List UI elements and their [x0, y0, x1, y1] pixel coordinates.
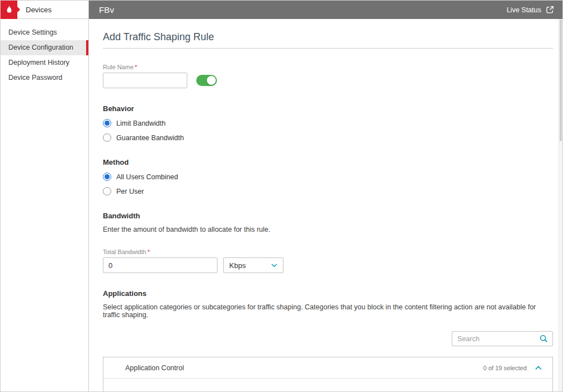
device-title: FBv	[99, 5, 114, 15]
total-bandwidth-label: Total Bandwidth*	[103, 248, 553, 255]
radio-limit-bandwidth[interactable]: Limit Bandwidth	[103, 119, 165, 127]
radio-guarantee-bandwidth[interactable]: Guarantee Bandwidth	[103, 133, 184, 142]
applications-heading: Applications	[103, 289, 553, 298]
search-input[interactable]	[457, 335, 540, 343]
chevron-down-icon	[271, 264, 277, 267]
main-content: Add Traffic Shaping Rule Rule Name* Beha…	[89, 19, 559, 391]
method-heading: Method	[103, 158, 553, 166]
list-item: Business tools 0 of 23 selected	[103, 386, 328, 391]
radio-all-users-combined[interactable]: All Users Combined	[103, 173, 178, 181]
sidebar-menu: Device Settings Device Configuration Dep…	[1, 19, 88, 85]
total-bandwidth-row: Kbps	[103, 257, 553, 273]
panel-selected-summary: 0 of 19 selected	[483, 365, 527, 371]
chevron-up-icon	[535, 366, 542, 370]
live-status-link[interactable]: Live Status	[507, 6, 554, 14]
required-asterisk: *	[135, 64, 137, 70]
sidebar-title: Devices	[26, 6, 51, 14]
list-item: Database tools 0 of 3 selected	[328, 386, 553, 391]
sidebar-header: Devices	[1, 1, 88, 19]
total-bandwidth-input[interactable]	[103, 257, 217, 273]
sidebar-item-device-configuration[interactable]: Device Configuration	[1, 40, 88, 55]
toggle-knob	[207, 76, 216, 85]
radio-icon	[103, 187, 111, 195]
radio-per-user[interactable]: Per User	[103, 187, 144, 195]
radio-label: Guarantee Bandwidth	[116, 134, 184, 142]
search-row	[103, 331, 553, 346]
radio-label: All Users Combined	[116, 173, 178, 181]
radio-icon	[103, 119, 111, 127]
bandwidth-unit-value: Kbps	[229, 261, 246, 270]
panel-header[interactable]: Application Control 0 of 19 selected	[103, 357, 552, 379]
title-divider	[103, 48, 553, 49]
sidebar-item-device-password[interactable]: Device Password	[1, 70, 88, 85]
flame-icon	[5, 5, 13, 15]
live-status-label: Live Status	[507, 6, 541, 14]
rule-name-row	[103, 73, 553, 88]
panel-title: Application Control	[125, 364, 184, 372]
sidebar-item-device-settings[interactable]: Device Settings	[1, 25, 88, 40]
required-asterisk: *	[148, 248, 150, 255]
page-title: Add Traffic Shaping Rule	[103, 31, 553, 43]
radio-icon	[103, 173, 111, 181]
behavior-heading: Behavior	[103, 104, 553, 113]
radio-icon	[103, 133, 111, 142]
applications-description: Select application categories or subcate…	[103, 303, 553, 319]
application-control-panel: Application Control 0 of 19 selected Bus…	[103, 357, 553, 391]
scrollbar-thumb[interactable]	[560, 20, 562, 141]
panel-body: Business tools 0 of 23 selected Database…	[103, 379, 552, 391]
external-link-icon	[546, 6, 554, 14]
search-icon[interactable]	[540, 334, 548, 343]
sidebar: Devices Device Settings Device Configura…	[1, 1, 89, 391]
collapse-button[interactable]	[535, 366, 542, 370]
bandwidth-unit-select[interactable]: Kbps	[223, 257, 283, 273]
app-window: Devices Device Settings Device Configura…	[0, 0, 563, 392]
search-box	[452, 331, 553, 346]
radio-label: Limit Bandwidth	[116, 119, 165, 127]
vertical-scrollbar[interactable]	[559, 19, 562, 391]
watchguard-logo[interactable]	[1, 1, 17, 19]
bandwidth-description: Enter the amount of bandwidth to allocat…	[103, 226, 553, 233]
bandwidth-heading: Bandwidth	[103, 212, 553, 220]
rule-enabled-toggle[interactable]	[196, 75, 217, 86]
rule-name-label: Rule Name*	[103, 64, 553, 70]
topbar: FBv Live Status	[89, 1, 562, 19]
radio-label: Per User	[116, 188, 144, 195]
rule-name-input[interactable]	[103, 73, 187, 88]
sidebar-item-deployment-history[interactable]: Deployment History	[1, 55, 88, 70]
